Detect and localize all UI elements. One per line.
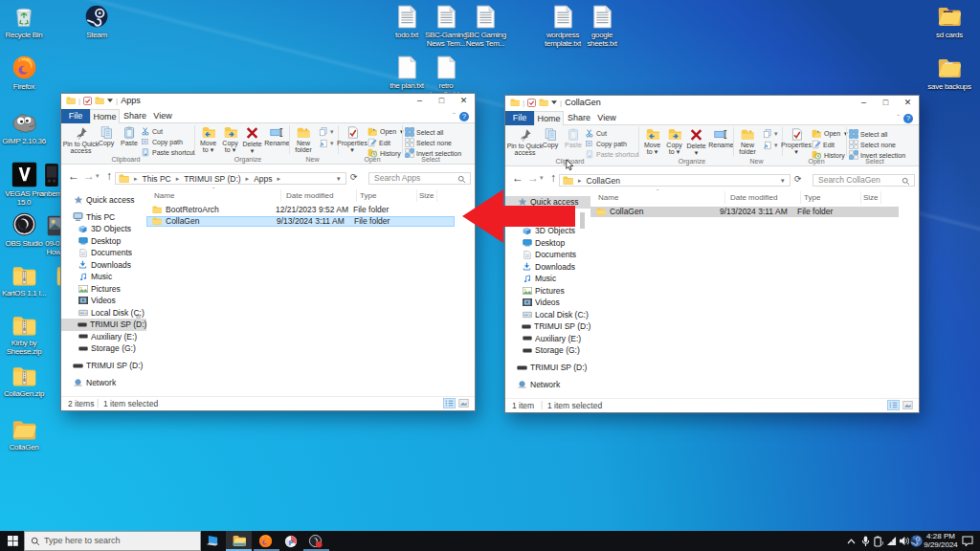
svg-text:P: P <box>289 540 294 546</box>
